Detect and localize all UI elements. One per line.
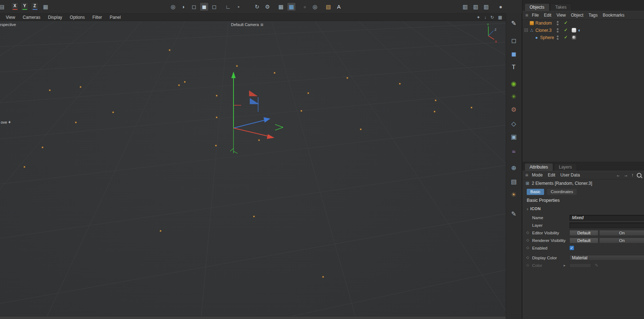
blank-swatch-icon[interactable]: ▪: [234, 2, 243, 11]
renderer-visibility-on-button[interactable]: On: [599, 238, 644, 243]
object-name[interactable]: Cloner.3: [535, 28, 552, 33]
axis-z-button[interactable]: Z: [31, 2, 39, 11]
visibility-dots[interactable]: [557, 35, 559, 40]
name-field[interactable]: Mixed: [569, 215, 644, 221]
axis-x-button[interactable]: X: [11, 2, 19, 11]
keyframe-diamond-icon[interactable]: ◇: [526, 256, 529, 259]
white-tag-icon[interactable]: [572, 28, 576, 33]
keyframe-diamond-icon[interactable]: ◇: [526, 238, 529, 242]
viewport-menu-view[interactable]: View: [4, 15, 17, 20]
view-orientation-gizmo[interactable]: Y Z X: [483, 22, 499, 43]
objects-menu-bookmarks[interactable]: Bookmarks: [603, 13, 624, 18]
view-box-active-icon[interactable]: ◼: [199, 2, 209, 11]
viewport-menu-options[interactable]: Options: [68, 15, 86, 20]
objects-menu-view[interactable]: View: [556, 13, 566, 18]
attributes-tab-layers[interactable]: Layers: [554, 163, 577, 171]
pen-tool-icon[interactable]: ✎: [508, 17, 519, 29]
section-tab-basic[interactable]: Basic: [527, 189, 544, 195]
volume-builder-icon[interactable]: ◇: [508, 118, 519, 129]
camera-label[interactable]: Default Camera ▦: [231, 22, 264, 27]
object-row-sphere[interactable]: ●Sphere✓: [522, 34, 644, 41]
attributes-tab-attributes[interactable]: Attributes: [525, 163, 553, 171]
enabled-check-icon[interactable]: ✓: [564, 35, 568, 40]
render-view-icon[interactable]: ▥: [460, 2, 470, 11]
expand-color-icon[interactable]: ▸: [564, 263, 565, 267]
objects-menu-tags[interactable]: Tags: [589, 13, 598, 18]
editor-visibility-on-button[interactable]: On: [599, 230, 644, 236]
grid-icon[interactable]: ▦: [276, 2, 286, 11]
attributes-panel-menu-icon[interactable]: ≡: [525, 172, 528, 178]
enabled-checkbox[interactable]: ✓: [569, 246, 574, 250]
simulation-icon[interactable]: ☀: [508, 189, 519, 200]
stage-screen-icon[interactable]: ▤: [508, 176, 519, 187]
view-box-icon[interactable]: ◻: [189, 2, 199, 11]
objects-tab-objects[interactable]: Objects: [525, 3, 550, 11]
sketch-pen-icon[interactable]: ✎: [508, 208, 519, 220]
text-tool-icon[interactable]: T: [508, 61, 519, 73]
camera-link-icon[interactable]: ▦: [260, 23, 264, 26]
history-forward-icon[interactable]: →: [624, 173, 628, 178]
object-name[interactable]: Sphere: [540, 35, 554, 40]
view-gouraud-icon[interactable]: ◗: [179, 2, 188, 11]
rotate-snap-icon[interactable]: ↻: [252, 2, 262, 11]
object-row-cloner-3[interactable]: −∴Cloner.3✓◐: [522, 27, 644, 34]
object-row-random[interactable]: Random✓: [522, 20, 644, 27]
keyframe-diamond-icon[interactable]: ◇: [526, 263, 529, 267]
render-settings-icon[interactable]: ▥: [481, 2, 491, 11]
render-picture-viewer-icon[interactable]: ▥: [471, 2, 480, 11]
visibility-dots[interactable]: [557, 21, 559, 25]
display-color-dropdown[interactable]: Material: [569, 255, 644, 261]
history-back-icon[interactable]: ←: [616, 173, 620, 178]
spline-rect-icon[interactable]: ◻: [508, 35, 519, 46]
subdivision-icon[interactable]: ⚙: [508, 104, 519, 115]
visibility-dots[interactable]: [557, 28, 559, 33]
icon-group-row[interactable]: › ICON: [522, 205, 644, 213]
refresh-view-icon[interactable]: ↻: [491, 15, 494, 20]
attributes-menu-user-data[interactable]: User Data: [560, 173, 580, 178]
panel-layout-icon[interactable]: ▦: [498, 15, 502, 20]
view-box-add-icon[interactable]: ◻: [210, 2, 219, 11]
boole-icon[interactable]: ▣: [508, 131, 519, 143]
environment-icon[interactable]: ⊕: [508, 162, 519, 174]
stage-box-icon[interactable]: ▧: [324, 2, 333, 11]
edge-cut-tool-icon[interactable]: ▤: [0, 2, 7, 11]
chevron-right-icon[interactable]: ›: [527, 206, 529, 212]
snap-grid-active-icon[interactable]: ▦: [287, 2, 296, 11]
keyframe-diamond-icon[interactable]: ◇: [526, 231, 529, 234]
viewport-3d[interactable]: Y Z X rspective Default Camera ▦ ove +: [0, 21, 506, 316]
enabled-check-icon[interactable]: ✓: [564, 27, 568, 33]
editor-visibility-default-button[interactable]: Default: [569, 230, 598, 236]
attributes-menu-mode[interactable]: Mode: [532, 173, 543, 178]
dim-circle-icon[interactable]: ●: [300, 2, 310, 11]
deformer-icon[interactable]: ≈: [508, 146, 519, 157]
objects-tab-takes[interactable]: Takes: [550, 3, 572, 11]
expander-icon[interactable]: −: [525, 29, 528, 32]
dock-down-icon[interactable]: ↓: [484, 15, 487, 20]
renderer-visibility-default-button[interactable]: Default: [569, 238, 598, 243]
layer-field[interactable]: [569, 222, 644, 228]
axis-modify-icon[interactable]: ∟: [223, 2, 233, 11]
view-single-icon[interactable]: ◎: [168, 2, 178, 11]
workplane-icon[interactable]: ▦: [41, 2, 50, 11]
tool-config-icon[interactable]: ⚙: [263, 2, 272, 11]
object-name[interactable]: Random: [535, 21, 552, 26]
viewport-menu-panel[interactable]: Panel: [108, 15, 122, 20]
move-tool-gizmo[interactable]: [217, 69, 293, 160]
cloner-icon[interactable]: ◉: [508, 78, 519, 89]
target-circle-icon[interactable]: ◎: [310, 2, 320, 11]
field-icon[interactable]: ✳: [508, 91, 519, 102]
attributes-menu-edit[interactable]: Edit: [548, 173, 555, 178]
objects-menu-object[interactable]: Object: [571, 13, 584, 18]
enabled-check-icon[interactable]: ✓: [564, 20, 568, 25]
objects-menu-edit[interactable]: Edit: [544, 13, 552, 18]
cube-primitive-icon[interactable]: ◼: [508, 48, 519, 60]
phong-tag-icon[interactable]: [572, 35, 576, 40]
objects-panel-menu-icon[interactable]: ≡: [525, 12, 528, 18]
material-ball-icon[interactable]: ●: [496, 2, 505, 11]
parent-object-icon[interactable]: ↑: [631, 173, 634, 178]
annotate-icon[interactable]: A: [334, 2, 344, 11]
section-tab-coordinates[interactable]: Coordinates: [547, 189, 577, 195]
viewport-menu-filter[interactable]: Filter: [91, 15, 104, 20]
keyframe-diamond-icon[interactable]: ◇: [526, 246, 529, 250]
objects-menu-file[interactable]: File: [532, 13, 539, 18]
